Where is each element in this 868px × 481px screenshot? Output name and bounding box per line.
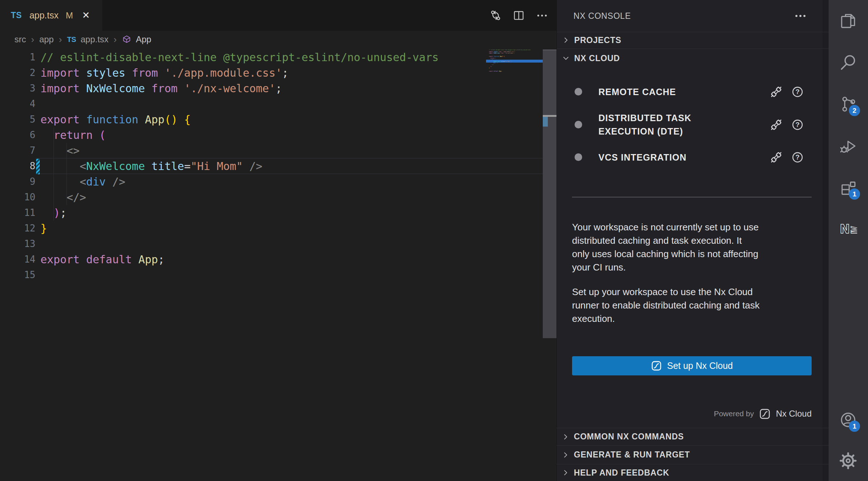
chevron-right-icon: › [113, 34, 117, 45]
editor-scrollbar[interactable] [543, 50, 557, 338]
breadcrumb: src › app › TS app.tsx › App [0, 31, 557, 48]
line-number: 8 [0, 158, 35, 174]
line-number: 9 [0, 174, 35, 190]
line-number: 13 [0, 236, 35, 252]
accounts-icon[interactable]: 1 [839, 411, 857, 429]
chevron-right-icon [562, 36, 570, 44]
feature-vcs-integration: VCS INTEGRATION ? [572, 148, 812, 167]
line-number: 3 [0, 81, 35, 96]
section-label: PROJECTS [574, 35, 621, 45]
section-label: COMMON NX COMMANDS [574, 432, 684, 442]
minimap-code: // eslint-disable-next-line @typescript-… [489, 49, 531, 74]
chevron-down-icon [562, 54, 570, 62]
connect-plug-icon[interactable] [769, 85, 783, 99]
section-generate-run-target[interactable]: GENERATE & RUN TARGET [557, 446, 829, 464]
nx-cloud-logo-icon [759, 408, 771, 420]
explorer-icon[interactable] [839, 12, 857, 30]
svg-text:?: ? [795, 153, 799, 161]
section-nx-cloud[interactable]: NX CLOUD [557, 48, 829, 68]
overview-ruler-modified-marker [543, 117, 548, 127]
code-line: 5export function App() { [0, 112, 439, 127]
section-label: HELP AND FEEDBACK [574, 468, 669, 478]
connect-plug-icon[interactable] [769, 118, 783, 132]
setup-suggestion-text: Set up your workspace to use the Nx Clou… [572, 285, 818, 325]
extensions-icon[interactable]: 1 [839, 179, 857, 197]
breadcrumb-app[interactable]: app [39, 34, 54, 44]
line-number: 12 [0, 221, 35, 236]
more-actions-icon[interactable] [535, 9, 549, 22]
section-label: GENERATE & RUN TARGET [574, 450, 690, 460]
section-projects[interactable]: PROJECTS [557, 32, 829, 48]
nx-cloud-brand-label[interactable]: Nx Cloud [776, 409, 812, 419]
workspace-status-text: Your workspace is not currently set up t… [572, 221, 818, 274]
chevron-right-icon: › [58, 34, 63, 45]
search-icon[interactable] [839, 54, 857, 72]
breadcrumb-src[interactable]: src [14, 34, 26, 44]
setup-button-label: Set up Nx Cloud [667, 361, 733, 371]
help-icon[interactable]: ? [791, 118, 804, 131]
code-line: 4 [0, 96, 439, 112]
code-lines: 1// eslint-disable-next-line @typescript… [0, 50, 439, 283]
typescript-file-icon: TS [11, 10, 22, 20]
tab-app-tsx[interactable]: TS app.tsx M ✕ [0, 0, 102, 31]
section-label: NX CLOUD [574, 54, 620, 63]
feature-label: VCS INTEGRATION [598, 151, 761, 164]
typescript-file-icon: TS [67, 35, 76, 44]
powered-by-row: Powered by Nx Cloud [714, 405, 812, 422]
code-line: 9 <div /> [0, 174, 439, 190]
close-tab-icon[interactable]: ✕ [82, 10, 90, 21]
line-number: 4 [0, 96, 35, 112]
line-number: 2 [0, 65, 35, 81]
help-icon[interactable]: ? [791, 151, 804, 164]
split-editor-icon[interactable] [512, 9, 525, 22]
feature-label: DISTRIBUTED TASK EXECUTION (DTE) [598, 111, 761, 138]
connect-plug-icon[interactable] [769, 150, 783, 165]
git-modified-badge: M [66, 10, 73, 21]
line-number: 15 [0, 267, 35, 283]
code-editor[interactable]: 1// eslint-disable-next-line @typescript… [0, 48, 557, 481]
accounts-badge: 1 [849, 421, 860, 432]
breadcrumb-file[interactable]: app.tsx [81, 34, 108, 44]
section-common-nx-commands[interactable]: COMMON NX COMMANDS [557, 428, 829, 445]
minimap[interactable]: // eslint-disable-next-line @typescript-… [489, 49, 543, 75]
feature-label: REMOTE CACHE [598, 85, 761, 99]
code-line: 12} [0, 221, 439, 236]
chevron-right-icon [562, 451, 570, 459]
line-number: 11 [0, 205, 35, 221]
code-line: 2import styles from './app.module.css'; [0, 65, 439, 81]
panel-edge [822, 0, 829, 481]
status-bullet-icon [575, 121, 582, 128]
help-icon[interactable]: ? [791, 85, 804, 98]
status-bullet-icon [575, 88, 582, 95]
settings-gear-icon[interactable] [839, 452, 857, 470]
feature-remote-cache: REMOTE CACHE ? [572, 82, 812, 101]
source-control-icon[interactable]: 2 [839, 95, 857, 113]
panel-title: NX CONSOLE [573, 11, 631, 21]
line-number: 1 [0, 50, 35, 65]
code-line: 6 return ( [0, 127, 439, 143]
feature-dte: DISTRIBUTED TASK EXECUTION (DTE) ? [572, 110, 812, 140]
code-line: 14export default App; [0, 252, 439, 267]
nx-console-icon[interactable]: N≥ [839, 220, 857, 238]
section-help-and-feedback[interactable]: HELP AND FEEDBACK [557, 464, 829, 481]
code-line: 8 <NxWelcome title="Hi Mom" /> [0, 158, 439, 174]
line-number: 5 [0, 112, 35, 127]
svg-text:?: ? [795, 121, 799, 128]
run-debug-icon[interactable] [839, 137, 857, 155]
code-line: 3import NxWelcome from './nx-welcome'; [0, 81, 439, 96]
vscode-window: TS app.tsx M ✕ [0, 0, 868, 481]
breadcrumb-symbol-app[interactable]: App [136, 34, 151, 44]
editor-actions [489, 0, 549, 31]
line-number: 14 [0, 252, 35, 267]
gutter-modified-marker [36, 159, 40, 174]
code-line: 1// eslint-disable-next-line @typescript… [0, 50, 439, 65]
panel-more-actions-icon[interactable] [793, 10, 808, 22]
chevron-right-icon: › [30, 34, 35, 45]
code-line: 11 ); [0, 205, 439, 221]
setup-nx-cloud-button[interactable]: Set up Nx Cloud [572, 356, 812, 375]
tab-filename: app.tsx [29, 10, 59, 21]
open-changes-icon[interactable] [489, 9, 502, 22]
panel-header: NX CONSOLE [557, 0, 829, 32]
svg-text:N≥: N≥ [840, 222, 857, 236]
status-bullet-icon [575, 153, 582, 161]
